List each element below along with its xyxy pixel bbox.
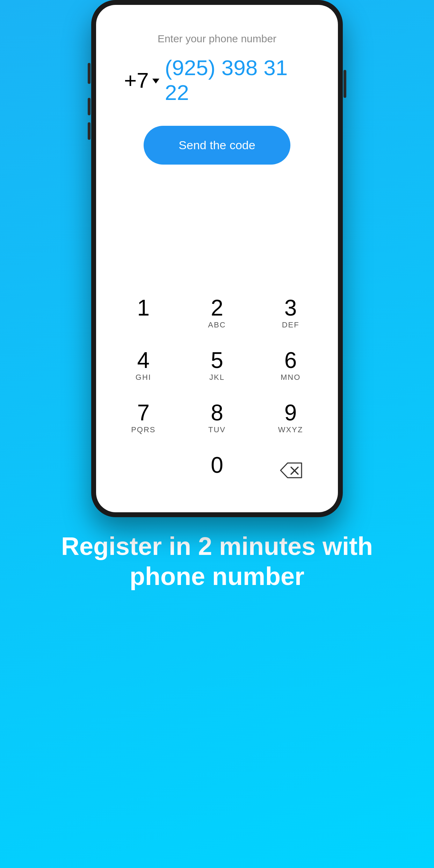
dialpad-key-8[interactable]: 8 TUV xyxy=(186,393,248,442)
phone-number-row: +7 (925) 398 31 22 xyxy=(117,55,317,105)
dialpad-key-1[interactable]: 1 xyxy=(112,289,175,338)
dialpad-backspace-button[interactable] xyxy=(259,446,322,495)
tagline-line1: Register in 2 minutes with xyxy=(61,532,373,560)
dialpad-key-empty xyxy=(112,446,175,495)
dialpad-row-1: 1 2 ABC 3 DEF xyxy=(107,289,327,338)
dialpad-key-0[interactable]: 0 xyxy=(186,446,248,495)
dialpad-key-9[interactable]: 9 WXYZ xyxy=(259,393,322,442)
dialpad-key-4[interactable]: 4 GHI xyxy=(112,341,175,390)
input-area: Enter your phone number +7 (925) 398 31 … xyxy=(96,5,338,179)
volume-up-button xyxy=(88,98,91,115)
dialpad-key-6[interactable]: 6 MNO xyxy=(259,341,322,390)
country-code-value: +7 xyxy=(124,68,149,93)
dialpad-key-3[interactable]: 3 DEF xyxy=(259,289,322,338)
bottom-tagline-area: Register in 2 minutes with phone number xyxy=(33,531,401,592)
bottom-tagline: Register in 2 minutes with phone number xyxy=(61,531,373,592)
send-code-button[interactable]: Send the code xyxy=(144,126,290,165)
dialpad-row-4: 0 xyxy=(107,446,327,495)
dialpad-key-2[interactable]: 2 ABC xyxy=(186,289,248,338)
dialpad-key-7[interactable]: 7 PQRS xyxy=(112,393,175,442)
phone-screen: Enter your phone number +7 (925) 398 31 … xyxy=(96,5,338,512)
phone-input-label: Enter your phone number xyxy=(158,33,276,45)
country-code-selector[interactable]: +7 xyxy=(124,68,159,93)
phone-number-display[interactable]: (925) 398 31 22 xyxy=(159,55,310,105)
chevron-down-icon xyxy=(152,79,159,84)
dialpad: 1 2 ABC 3 DEF 4 GHI xyxy=(96,289,338,512)
phone-mockup: Enter your phone number +7 (925) 398 31 … xyxy=(84,0,350,517)
phone-frame: Enter your phone number +7 (925) 398 31 … xyxy=(91,0,343,517)
dialpad-row-3: 7 PQRS 8 TUV 9 WXYZ xyxy=(107,393,327,442)
dialpad-key-5[interactable]: 5 JKL xyxy=(186,341,248,390)
backspace-icon xyxy=(279,462,303,479)
volume-down-button xyxy=(88,122,91,140)
tagline-line2: phone number xyxy=(130,562,304,590)
dialpad-row-2: 4 GHI 5 JKL 6 MNO xyxy=(107,341,327,390)
